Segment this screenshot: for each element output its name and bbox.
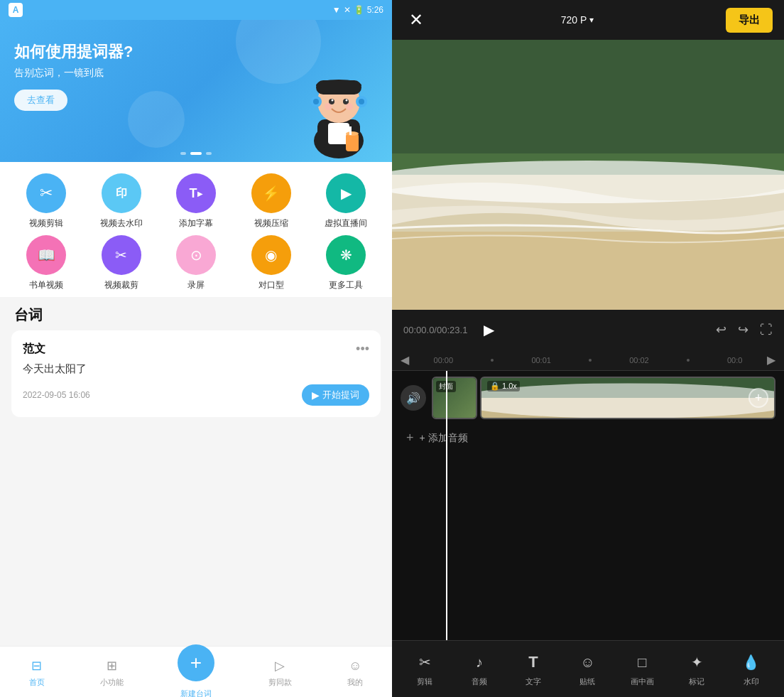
script-card: ••• 范文 今天出太阳了 2022-09-05 16:06 ▶ 开始提词 [11,330,381,417]
cut-label: 剪辑 [417,676,432,687]
toolbar-pip[interactable]: □ 画中画 [631,651,654,687]
nav-home-label: 首页 [29,677,45,688]
toolbar-sticker[interactable]: ☺ 贴纸 [576,651,599,687]
nav-new-script-label: 新建台词 [180,688,212,697]
start-prompt-label: 开始提词 [322,389,359,401]
tool-add-subtitle-icon: T ▶ [176,173,216,213]
banner-view-button[interactable]: 去查看 [14,90,67,111]
quality-selector[interactable]: 720 P ▾ [561,14,594,26]
tool-compress-label: 视频压缩 [254,217,288,229]
status-bar: A ▼ ✕ 🔋 5:26 [0,0,392,20]
control-icons: ↩ ↪ ⛶ [716,322,773,337]
tool-virtual-stream-label: 虚拟直播间 [325,217,367,229]
svg-rect-16 [346,134,359,151]
banner: 如何使用提词器? 告别忘词，一镜到底 去查看 [0,20,392,162]
add-audio-row[interactable]: + + 添加音频 [392,425,784,451]
template-icon: ▷ [270,656,290,676]
nav-profile[interactable]: ☺ 我的 [345,656,365,688]
bottom-nav: ⊟ 首页 ⊞ 小功能 + 新建台词 ▷ 剪同款 ☺ 我的 [0,646,392,697]
script-card-date: 2022-09-05 16:06 [23,390,90,400]
quality-label: 720 P [561,14,587,26]
watermark-label: 水印 [744,676,759,687]
start-prompt-button[interactable]: ▶ 开始提词 [302,384,369,406]
timeline-controls: 00:00.0/00:23.1 ▶ ↩ ↪ ⛶ [392,310,784,350]
video-track-row: 🔊 封面 🔒 1.0x [392,371,784,425]
banner-dots [180,152,212,155]
fullscreen-icon[interactable]: ⛶ [760,323,773,337]
redo-icon[interactable]: ↪ [738,322,748,337]
tool-virtual-stream-icon: ▶ [326,173,366,213]
tool-screen-record[interactable]: ⊙ 录屏 [164,235,228,291]
dot-1 [180,152,186,155]
tool-screen-record-icon: ⊙ [176,235,216,275]
section-title: 台词 [0,297,392,330]
tool-book-video-label: 书单视频 [29,279,63,291]
svg-point-9 [346,99,348,102]
add-audio-label: + 添加音频 [420,432,468,445]
tools-section: ✂ 视频剪辑 印 视频去水印 T ▶ 添加字幕 ⚡ [0,162,392,297]
tool-remove-watermark-label: 视频去水印 [100,217,143,229]
tool-book-video[interactable]: 📖 书单视频 [14,235,78,291]
nav-template[interactable]: ▷ 剪同款 [268,656,292,688]
undo-icon[interactable]: ↩ [716,322,726,337]
add-clip-button[interactable]: + [748,388,768,408]
tool-crop[interactable]: ✂ 视频裁剪 [89,235,153,291]
pip-label: 画中画 [631,676,654,687]
right-toolbar: ✂ 剪辑 ♪ 音频 T 文字 ☺ 贴纸 □ 画中画 ✦ 标记 💧 水印 [392,640,784,697]
tool-crop-icon: ✂ [102,235,141,275]
svg-point-26 [481,383,774,418]
nav-home[interactable]: ⊟ 首页 [27,656,47,688]
ruler-mark-1: 00:01 [531,356,551,364]
svg-point-17 [346,131,359,136]
tool-add-subtitle[interactable]: T ▶ 添加字幕 [164,173,228,229]
ruler-marks: 00:00 00:01 00:02 00:0 [409,356,767,364]
more-options-button[interactable]: ••• [356,342,369,357]
toolbar-audio[interactable]: ♪ 音频 [468,651,491,687]
tool-virtual-stream[interactable]: ▶ 虚拟直播间 [314,173,378,229]
home-icon: ⊟ [27,656,47,676]
new-script-icon[interactable]: + [178,644,214,681]
tool-compress[interactable]: ⚡ 视频压缩 [239,173,303,229]
toolbar-text[interactable]: T 文字 [522,651,545,687]
svg-rect-23 [392,232,784,310]
left-panel: A ▼ ✕ 🔋 5:26 如何使用提词器? 告别忘词，一镜到底 去查看 [0,0,392,697]
ruler-dot-2 [589,359,592,362]
main-clip[interactable]: 🔒 1.0x + [480,377,775,419]
audio-volume-icon[interactable]: 🔊 [401,385,426,411]
ruler-prev-button[interactable]: ◀ [401,353,409,367]
play-button[interactable]: ▶ [476,317,501,342]
tool-lip-sync[interactable]: ◉ 对口型 [239,235,303,291]
tool-book-video-icon: 📖 [26,235,66,275]
nav-functions[interactable]: ⊞ 小功能 [100,656,124,688]
functions-icon: ⊞ [102,656,122,676]
toolbar-cut[interactable]: ✂ 剪辑 [413,651,436,687]
close-button[interactable]: ✕ [403,7,429,33]
tool-video-edit[interactable]: ✂ 视频剪辑 [14,173,78,229]
track-clips: 封面 🔒 1.0x + [432,377,775,419]
cover-clip[interactable]: 封面 [432,377,477,419]
tool-screen-record-label: 录屏 [187,279,205,291]
toolbar-watermark[interactable]: 💧 水印 [740,651,763,687]
dot-3 [206,152,212,155]
tool-more-label: 更多工具 [329,279,363,291]
script-card-footer: 2022-09-05 16:06 ▶ 开始提词 [23,384,369,406]
tool-lip-sync-label: 对口型 [258,279,284,291]
tools-row-1: ✂ 视频剪辑 印 视频去水印 T ▶ 添加字幕 ⚡ [14,173,378,229]
tool-remove-watermark[interactable]: 印 视频去水印 [89,173,153,229]
export-button[interactable]: 导出 [726,8,773,33]
ruler-dot-1 [491,359,494,362]
svg-point-15 [359,99,364,104]
video-preview [392,40,784,310]
tool-crop-label: 视频裁剪 [104,279,138,291]
nav-functions-label: 小功能 [100,677,124,688]
ruler-mark-2: 00:02 [629,356,649,364]
profile-icon: ☺ [345,656,365,676]
nav-profile-label: 我的 [347,677,363,688]
clip-speed-label: 🔒 1.0x [487,381,520,391]
nav-new-script[interactable]: + 新建台词 [178,644,214,697]
toolbar-mark[interactable]: ✦ 标记 [685,651,708,687]
timeline-ruler: ◀ 00:00 00:01 00:02 00:0 ▶ [392,350,784,371]
mark-icon: ✦ [685,651,708,674]
tool-more[interactable]: ❋ 更多工具 [314,235,378,291]
ruler-next-button[interactable]: ▶ [767,353,775,367]
